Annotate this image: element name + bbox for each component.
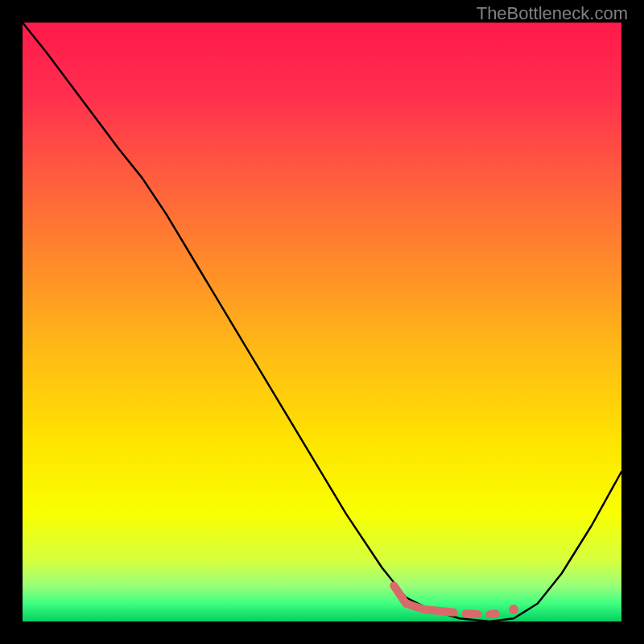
chart-container: TheBottleneck.com bbox=[0, 0, 644, 644]
highlight-dot bbox=[509, 605, 518, 614]
chart-svg bbox=[0, 0, 644, 644]
highlight-segment bbox=[489, 613, 496, 614]
highlight-dot-group bbox=[509, 605, 518, 614]
highlight-segment bbox=[466, 613, 478, 614]
chart-background bbox=[23, 23, 621, 621]
watermark-text: TheBottleneck.com bbox=[477, 3, 628, 24]
